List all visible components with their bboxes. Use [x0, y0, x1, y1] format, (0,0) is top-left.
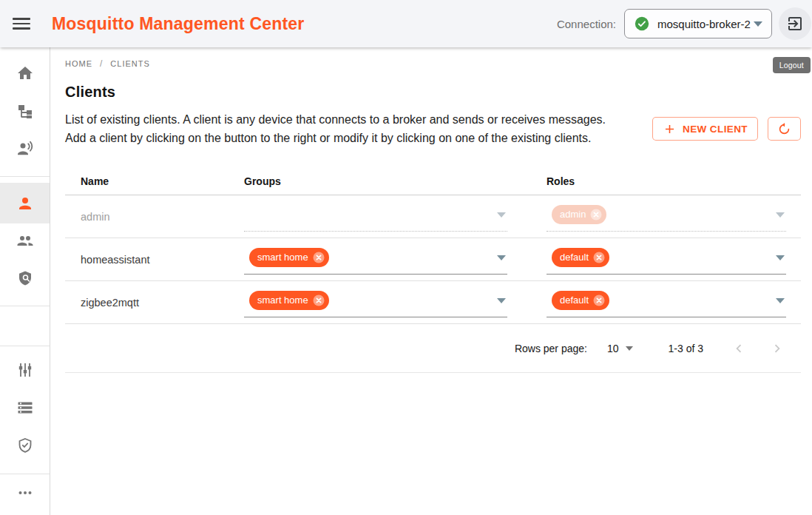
shield-search-icon — [16, 269, 34, 287]
sidebar-item-clients[interactable] — [0, 183, 50, 223]
cancel-icon[interactable] — [589, 208, 603, 221]
cancel-icon[interactable] — [592, 294, 606, 307]
cancel-icon[interactable] — [312, 251, 325, 264]
groups-select[interactable] — [244, 202, 507, 232]
sliders-icon — [16, 361, 34, 379]
client-name: homeassistant — [65, 254, 244, 266]
groups-cell: smart home — [244, 245, 547, 275]
sidebar — [0, 47, 50, 515]
previous-page-button[interactable] — [730, 340, 748, 357]
chip-label: smart home — [257, 294, 308, 306]
sidebar-item-home[interactable] — [0, 55, 50, 92]
divider — [0, 474, 50, 474]
new-client-button[interactable]: NEW CLIENT — [652, 117, 758, 141]
people-icon — [16, 232, 34, 249]
page-range-label: 1-3 of 3 — [669, 343, 703, 354]
plus-icon — [663, 122, 677, 136]
roles-select[interactable]: admin — [547, 202, 786, 232]
rows-per-page-select[interactable]: 10 — [607, 343, 633, 354]
table-row-admin[interactable]: admin admin — [65, 195, 801, 238]
chevron-left-icon — [731, 340, 747, 357]
exit-to-app-icon — [786, 15, 804, 33]
column-header-name: Name — [65, 175, 244, 187]
breadcrumb-separator: / — [100, 58, 103, 69]
refresh-icon — [777, 122, 791, 136]
chevron-down-icon — [776, 212, 785, 218]
appbar-right: Connection: mosquitto-broker-2 — [557, 7, 812, 40]
rows-per-page-value: 10 — [607, 343, 619, 354]
sidebar-item-broadcast[interactable] — [0, 130, 50, 167]
sidebar-item-more[interactable] — [0, 474, 50, 511]
storage-list-icon — [16, 399, 34, 417]
client-name: admin — [65, 211, 244, 223]
sidebar-item-streams[interactable] — [0, 389, 50, 426]
chevron-down-icon — [626, 346, 633, 351]
main-content: HOME / CLIENTS Clients List of existing … — [50, 47, 812, 515]
check-circle-icon — [635, 16, 649, 31]
roles-select[interactable]: default — [547, 288, 786, 317]
connection-select[interactable]: mosquitto-broker-2 — [624, 9, 772, 38]
chevron-down-icon — [497, 298, 506, 303]
sidebar-item-topology[interactable] — [0, 92, 50, 129]
groups-cell — [244, 202, 547, 232]
person-speaking-icon — [16, 140, 34, 158]
sidebar-item-roles[interactable] — [0, 260, 50, 297]
groups-select[interactable]: smart home — [244, 288, 507, 317]
toolbar: NEW CLIENT — [652, 117, 801, 147]
chip-label: admin — [560, 209, 586, 220]
chip-label: smart home — [257, 252, 308, 263]
cancel-icon[interactable] — [312, 294, 325, 307]
roles-cell: default — [547, 245, 801, 275]
appbar: Mosquitto Management Center Connection: … — [0, 0, 812, 47]
roles-cell: admin — [547, 202, 801, 232]
next-page-button[interactable] — [768, 340, 786, 357]
breadcrumb-home[interactable]: HOME — [65, 59, 92, 68]
group-chip[interactable]: smart home — [249, 248, 329, 267]
column-header-roles: Roles — [547, 175, 801, 187]
divider — [0, 176, 50, 177]
page-description: List of existing clients. A client is an… — [65, 110, 616, 147]
logout-button[interactable] — [779, 7, 811, 40]
column-header-groups: Groups — [244, 175, 547, 187]
table-row-homeassistant[interactable]: homeassistant smart home def — [65, 238, 801, 281]
table-header: Name Groups Roles — [65, 167, 801, 195]
roles-cell: default — [547, 288, 801, 317]
connection-value: mosquitto-broker-2 — [657, 18, 751, 30]
breadcrumb-clients: CLIENTS — [110, 59, 149, 68]
person-icon — [16, 195, 34, 212]
chip-label: default — [560, 252, 589, 263]
group-chip[interactable]: smart home — [249, 291, 329, 310]
page-title: Clients — [65, 84, 801, 101]
breadcrumb: HOME / CLIENTS — [65, 58, 801, 69]
ellipsis-icon — [16, 484, 34, 502]
chevron-down-icon — [497, 212, 506, 218]
table-row-zigbee2mqtt[interactable]: zigbee2mqtt smart home defau — [65, 281, 801, 324]
chevron-down-icon — [776, 298, 785, 303]
divider — [0, 346, 50, 346]
sidebar-item-groups[interactable] — [0, 222, 50, 259]
groups-select[interactable]: smart home — [244, 245, 507, 275]
rows-per-page-label: Rows per page: — [515, 343, 587, 354]
app-title: Mosquitto Management Center — [52, 14, 304, 34]
chevron-right-icon — [769, 340, 785, 357]
chevron-down-icon — [497, 255, 506, 260]
menu-icon[interactable] — [13, 15, 30, 33]
cancel-icon[interactable] — [592, 251, 606, 264]
home-icon — [16, 64, 34, 82]
client-name: zigbee2mqtt — [65, 297, 244, 309]
shield-check-icon — [16, 437, 34, 454]
chip-label: default — [560, 294, 589, 306]
role-chip[interactable]: admin — [552, 205, 606, 224]
refresh-button[interactable] — [768, 117, 801, 141]
groups-cell: smart home — [244, 288, 547, 317]
sidebar-item-security[interactable] — [0, 427, 50, 464]
connection-label: Connection: — [557, 18, 616, 30]
topology-icon — [16, 102, 34, 120]
role-chip[interactable]: default — [552, 248, 609, 267]
intro-row: List of existing clients. A client is an… — [65, 110, 801, 147]
sidebar-item-settings[interactable] — [0, 351, 50, 388]
roles-select[interactable]: default — [547, 245, 786, 275]
new-client-label: NEW CLIENT — [683, 124, 748, 135]
divider — [0, 306, 50, 306]
role-chip[interactable]: default — [552, 291, 609, 310]
